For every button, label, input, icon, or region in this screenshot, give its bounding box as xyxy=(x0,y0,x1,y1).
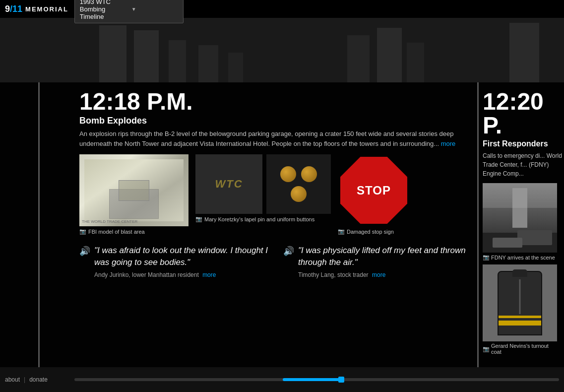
footer-divider: | xyxy=(24,376,25,383)
tower-4 xyxy=(198,45,218,82)
header: 9/11 MEMORIAL 1993 WTC Bombing Timeline … xyxy=(0,0,564,18)
event-title-1218: Bomb Explodes xyxy=(79,116,477,126)
tower-7 xyxy=(377,28,402,82)
fdny-label: 📷 FDNY arrives at the scene xyxy=(483,254,560,261)
tower-8 xyxy=(407,43,424,82)
coat-zipper xyxy=(519,279,521,314)
coins-img xyxy=(266,154,331,214)
quotes-row-1218: 🔊 "I was afraid to look out the window. … xyxy=(79,245,477,283)
logo-nine: 9 xyxy=(5,4,10,14)
tower-9 xyxy=(509,23,539,82)
scrubber-fill xyxy=(283,378,341,381)
image-stop-sign[interactable]: STOP 📷 Damaged stop sign xyxy=(338,154,410,235)
audio-icon-1[interactable]: 🔊 xyxy=(79,246,90,278)
images-row-1218: THE WORLD TRADE CENTER 📷 FBI model of bl… xyxy=(79,154,477,235)
fdny-img xyxy=(483,183,557,253)
coat-image-item[interactable]: 📷 Gerard Nevins's turnout coat xyxy=(483,264,560,355)
coin-1 xyxy=(280,166,296,182)
camera-icon-3: 📷 xyxy=(338,228,345,235)
image-fbi-model[interactable]: THE WORLD TRADE CENTER 📷 FBI model of bl… xyxy=(79,154,188,235)
right-time: 12:20 P. xyxy=(483,90,564,137)
coat-collar xyxy=(512,269,527,277)
content-panel: 12:18 P.M. Bomb Explodes An explosion ri… xyxy=(0,82,564,367)
main-content: 12:18 P.M. Bomb Explodes An explosion ri… xyxy=(0,18,564,367)
wtc-pair-group: WTC xyxy=(195,154,335,222)
coat-stripe-1 xyxy=(499,321,541,326)
wtc-pin-label: 📷 Mary Koretzky's lapel pin and uniform … xyxy=(195,216,335,222)
coat-label-text: Gerard Nevins's turnout coat xyxy=(491,343,560,355)
wtc-badge-text: WTC xyxy=(215,178,243,191)
quote-2-text: "I was physically lifted off my feet and… xyxy=(298,245,477,268)
background-band xyxy=(0,18,564,82)
quote-2-author: Timothy Lang, stock trader xyxy=(298,271,369,278)
right-title: First Responders xyxy=(483,139,564,148)
footer-links: about | donate xyxy=(5,376,64,383)
coat-label: 📷 Gerard Nevins's turnout coat xyxy=(483,343,560,355)
stop-sign-img: STOP xyxy=(340,157,407,224)
fbi-model-label-text: FBI model of blast area xyxy=(88,229,145,235)
quote-2-attribution: Timothy Lang, stock trader more xyxy=(298,271,477,278)
fdny-truck xyxy=(517,230,552,245)
wtc-pin-img: WTC xyxy=(195,154,262,214)
quote-2-content: "I was physically lifted off my feet and… xyxy=(298,245,477,278)
audio-icon-2[interactable]: 🔊 xyxy=(283,246,294,278)
tower-5 xyxy=(228,53,243,82)
right-images: 📷 FDNY arrives at the scene xyxy=(483,183,564,355)
quote-1-author: Andy Jurinko, lower Manhattan resident xyxy=(94,271,199,278)
coin-3 xyxy=(291,186,307,202)
coin-2 xyxy=(301,166,317,182)
stop-sign-label: 📷 Damaged stop sign xyxy=(338,228,410,235)
camera-icon-1: 📷 xyxy=(79,228,86,235)
wtc-pair-inner: WTC xyxy=(195,154,335,214)
scrubber-container xyxy=(74,378,559,381)
coat-body xyxy=(498,271,542,335)
donate-link[interactable]: donate xyxy=(29,376,48,383)
quote-1-text: "I was afraid to look out the window. I … xyxy=(94,245,273,268)
event-time-1218: 12:18 P.M. xyxy=(79,90,477,114)
tower-6 xyxy=(347,35,370,82)
right-description: Calls to emergency di... World Trade Cen… xyxy=(483,151,564,178)
coat-stripe-2 xyxy=(499,316,541,318)
quote-2-more[interactable]: more xyxy=(372,271,385,278)
stop-text: STOP xyxy=(357,184,391,197)
timeline-dropdown[interactable]: 1993 WTC Bombing Timeline ▼ xyxy=(74,0,184,23)
footer: about | donate xyxy=(0,367,564,392)
image-coins[interactable] xyxy=(266,154,331,214)
logo-memorial: MEMORIAL xyxy=(25,5,68,13)
object-icon: 📷 xyxy=(483,346,490,352)
scrubber-handle[interactable] xyxy=(338,377,344,383)
coat-img xyxy=(483,264,557,341)
quote-1-content: "I was afraid to look out the window. I … xyxy=(94,245,273,278)
section-1220: 12:20 P. First Responders Calls to emerg… xyxy=(477,82,564,367)
quote-1: 🔊 "I was afraid to look out the window. … xyxy=(79,245,273,278)
quote-2: 🔊 "I was physically lifted off my feet a… xyxy=(283,245,477,278)
fdny-label-text: FDNY arrives at the scene xyxy=(491,255,555,261)
fbi-model-label: 📷 FBI model of blast area xyxy=(79,228,188,235)
quote-1-more[interactable]: more xyxy=(202,271,216,278)
image-wtc-pin[interactable]: WTC xyxy=(195,154,262,214)
tower-right xyxy=(134,30,159,82)
tower-left xyxy=(99,25,126,82)
quote-1-attribution: Andy Jurinko, lower Manhattan resident m… xyxy=(94,271,273,278)
event-more-link[interactable]: more xyxy=(441,140,456,147)
fdny-smoke xyxy=(483,183,557,208)
stop-sign-label-text: Damaged stop sign xyxy=(347,229,394,235)
section-1218: 12:18 P.M. Bomb Explodes An explosion ri… xyxy=(38,82,477,367)
camera-icon-4: 📷 xyxy=(483,254,490,261)
logo: 9/11 MEMORIAL xyxy=(5,4,68,14)
wtc-pin-label-text: Mary Koretzky's lapel pin and uniform bu… xyxy=(204,216,314,222)
about-link[interactable]: about xyxy=(5,376,20,383)
camera-icon-2: 📷 xyxy=(195,216,202,222)
event-desc-text: An explosion rips through the B-2 level … xyxy=(79,130,453,147)
fdny-image-item[interactable]: 📷 FDNY arrives at the scene xyxy=(483,183,560,261)
tower-3 xyxy=(169,40,186,82)
logo-eleven: 11 xyxy=(12,4,22,14)
scrubber-track[interactable] xyxy=(74,378,559,381)
dropdown-arrow-icon: ▼ xyxy=(131,6,178,12)
event-description-1218: An explosion rips through the B-2 level … xyxy=(79,129,477,148)
timeline-dropdown-label: 1993 WTC Bombing Timeline xyxy=(80,0,126,20)
fbi-model-img: THE WORLD TRADE CENTER xyxy=(79,154,188,226)
